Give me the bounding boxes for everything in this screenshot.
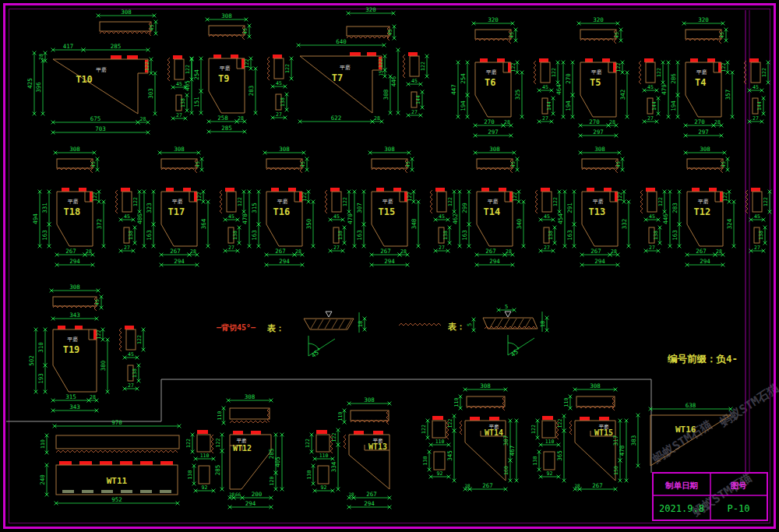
dim-label: 27 (176, 112, 182, 118)
dim-label: 479 (661, 84, 668, 95)
hatch-line (511, 319, 516, 328)
shape (753, 192, 762, 212)
dim-label: 45 (721, 161, 727, 167)
dim-label: 308 (245, 393, 256, 400)
finish-label: 平磨 (593, 199, 604, 205)
piece-WT13: 308110平磨WT131223342826729412211013892 (305, 396, 391, 509)
dim-label: 364 (200, 218, 207, 229)
piece-T5: 32045平磨T54642701941223422702829712245144… (555, 16, 664, 138)
dim-label: 348 (411, 218, 418, 229)
dim-label: 122 (656, 68, 662, 77)
finish-label: 平磨 (696, 69, 707, 76)
dim-label: 110 (453, 398, 460, 407)
piece-label-T9: T9 (218, 73, 229, 84)
dim-label: 45 (128, 351, 134, 358)
polish-tab (213, 55, 221, 58)
titleblock-date-label: 制单日期 (664, 481, 698, 490)
polish-tab (481, 188, 489, 192)
legend-means-label: 表： (266, 323, 284, 333)
dim-label: 151 (193, 97, 200, 107)
dim-label: 240 (39, 474, 46, 485)
dim-label: 294 (69, 258, 80, 265)
dim-label: 317 (612, 435, 619, 446)
dim-label: 122 (185, 439, 192, 448)
dim-label: 138 (128, 231, 134, 240)
dim-label: 138 (337, 231, 344, 240)
dim-label: 27 (753, 115, 759, 122)
finish-label: 平磨 (68, 199, 79, 205)
dim-label: 267 (592, 482, 603, 489)
shape (437, 192, 446, 212)
dim-label: 110 (40, 439, 46, 449)
dim-label: 254 (460, 73, 467, 84)
shape (687, 159, 723, 168)
shape (647, 192, 657, 212)
polish-tab (373, 431, 383, 435)
finish-label: 平磨 (277, 199, 288, 205)
dim-label: 470 (347, 213, 354, 224)
dim-label: 138 (280, 97, 286, 107)
dim-label: 5 (505, 304, 508, 310)
dim-label: 286 (670, 73, 677, 84)
finish-label: 平磨 (340, 65, 351, 71)
dim-label: 462 (452, 213, 459, 224)
dim-label: 320 (365, 6, 376, 13)
dim-label: 343 (69, 403, 80, 410)
dim-label: 308 (221, 12, 232, 19)
dim-label: 144 (546, 101, 552, 111)
zigzag-edge (347, 36, 389, 38)
finish-label: 平磨 (67, 336, 78, 343)
dim-label: 324 (726, 218, 733, 229)
polish-tab (173, 55, 182, 59)
dim-label: 307 (356, 203, 363, 213)
dim-label: 308 (279, 146, 290, 153)
dim-label: 27 (754, 245, 760, 251)
zigzag-edge (56, 450, 178, 453)
piece-T12: 30845平磨T12446283163122324267282941224513… (662, 146, 771, 267)
dim-label: 28 (348, 491, 354, 497)
dim-label: 396 (35, 82, 42, 93)
polish-tab (393, 188, 401, 192)
hatch-line (339, 319, 344, 329)
dim-label: 45 (509, 32, 515, 38)
piece-label-WT13: WT13 (368, 442, 387, 451)
dim-label: 45 (195, 161, 201, 167)
piece-T10: 30845417285平磨T10284253961223036752870312… (26, 9, 193, 135)
dim-label: 163 (356, 230, 363, 241)
dim-label: 640 (336, 38, 347, 45)
dim-label: 283 (248, 86, 255, 97)
piece-T17: 30845平磨T17486323163122364267282941224513… (136, 146, 245, 267)
dim-label: 502 (28, 355, 35, 366)
dim-label: 122 (407, 192, 413, 202)
polish-tab (350, 52, 361, 56)
polish-tab (330, 188, 340, 192)
dim-label: 267 (380, 248, 391, 255)
dim-label: 122 (763, 197, 769, 206)
polish-tab (100, 461, 112, 465)
rough-tab (62, 490, 74, 493)
dim-label: 405 (274, 456, 281, 467)
legend-back-cut: —背切45°—表：1845° (217, 312, 366, 359)
dim-label: 45 (228, 213, 234, 220)
dim-label: 467 (509, 446, 516, 456)
zigzag-edge (639, 61, 641, 84)
polish-tab (273, 55, 282, 58)
shape (274, 58, 284, 79)
polish-tab (480, 58, 488, 62)
shape (580, 30, 616, 39)
piece-T18: 30845平磨T18494331163122372267282941224513… (32, 146, 141, 267)
dim-label: 303 (147, 88, 154, 99)
dim-label: 18 (540, 321, 546, 327)
dim-label: 138 (442, 231, 449, 240)
shape (582, 159, 618, 168)
shape (197, 435, 210, 452)
dim-label: 291 (566, 203, 573, 213)
dim-label: 297 (698, 129, 709, 136)
dim-label: 494 (32, 213, 39, 224)
dim-label: 92 (202, 484, 208, 491)
zigzag-edge (115, 190, 118, 213)
finish-label: 平磨 (488, 199, 499, 205)
piece-T4: 32045平磨T44792861941223572702829712245144… (661, 16, 770, 138)
polish-tab (376, 188, 384, 192)
piece-T14: 30845平磨T14462299163122340267282941224513… (452, 146, 561, 267)
